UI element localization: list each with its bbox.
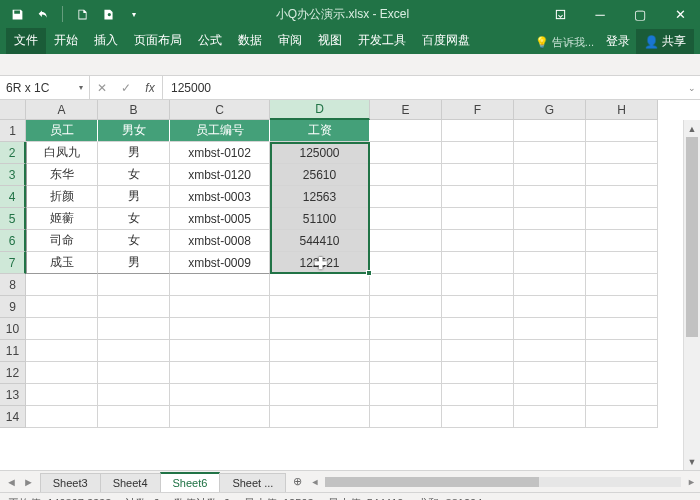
cell-C6[interactable]: xmbst-0008 xyxy=(170,230,270,252)
cell-D8[interactable] xyxy=(270,274,370,296)
cell-B9[interactable] xyxy=(98,296,170,318)
cell-D12[interactable] xyxy=(270,362,370,384)
cell-C14[interactable] xyxy=(170,406,270,428)
row-header-2[interactable]: 2 xyxy=(0,142,26,164)
cell-G6[interactable] xyxy=(514,230,586,252)
tell-me[interactable]: 💡告诉我... xyxy=(529,31,600,54)
row-header-7[interactable]: 7 xyxy=(0,252,26,274)
cell-G4[interactable] xyxy=(514,186,586,208)
undo-icon[interactable] xyxy=(32,3,54,25)
cell-B7[interactable]: 男 xyxy=(98,252,170,274)
cell-F6[interactable] xyxy=(442,230,514,252)
cell-B6[interactable]: 女 xyxy=(98,230,170,252)
cell-D7[interactable]: 122521 xyxy=(270,252,370,274)
cell-B1[interactable]: 男女 xyxy=(98,120,170,142)
share-button[interactable]: 👤共享 xyxy=(636,29,694,54)
tab-view[interactable]: 视图 xyxy=(310,28,350,54)
accept-formula-icon[interactable]: ✓ xyxy=(114,81,138,95)
cell-E3[interactable] xyxy=(370,164,442,186)
cell-E6[interactable] xyxy=(370,230,442,252)
expand-formula-icon[interactable]: ⌄ xyxy=(684,76,700,99)
close-icon[interactable]: ✕ xyxy=(660,0,700,28)
cell-F5[interactable] xyxy=(442,208,514,230)
horizontal-scrollbar[interactable]: ◄ ► xyxy=(310,471,700,492)
cell-G7[interactable] xyxy=(514,252,586,274)
col-header-B[interactable]: B xyxy=(98,100,170,120)
cell-E9[interactable] xyxy=(370,296,442,318)
sheet-tab-Sheet6[interactable]: Sheet6 xyxy=(160,472,221,492)
cell-A10[interactable] xyxy=(26,318,98,340)
cell-D14[interactable] xyxy=(270,406,370,428)
cell-E14[interactable] xyxy=(370,406,442,428)
cell-D10[interactable] xyxy=(270,318,370,340)
minimize-icon[interactable]: ─ xyxy=(580,0,620,28)
save-icon[interactable] xyxy=(6,3,28,25)
row-header-12[interactable]: 12 xyxy=(0,362,26,384)
sheet-tab-Sheet ...[interactable]: Sheet ... xyxy=(219,473,286,492)
tab-formulas[interactable]: 公式 xyxy=(190,28,230,54)
cell-C2[interactable]: xmbst-0102 xyxy=(170,142,270,164)
cell-A14[interactable] xyxy=(26,406,98,428)
cell-C4[interactable]: xmbst-0003 xyxy=(170,186,270,208)
cell-B3[interactable]: 女 xyxy=(98,164,170,186)
cell-D4[interactable]: 12563 xyxy=(270,186,370,208)
cell-G9[interactable] xyxy=(514,296,586,318)
cell-H14[interactable] xyxy=(586,406,658,428)
cell-B2[interactable]: 男 xyxy=(98,142,170,164)
row-header-5[interactable]: 5 xyxy=(0,208,26,230)
cancel-formula-icon[interactable]: ✕ xyxy=(90,81,114,95)
cell-D11[interactable] xyxy=(270,340,370,362)
scroll-right-icon[interactable]: ► xyxy=(687,477,696,487)
col-header-A[interactable]: A xyxy=(26,100,98,120)
tab-home[interactable]: 开始 xyxy=(46,28,86,54)
cell-H11[interactable] xyxy=(586,340,658,362)
cell-G1[interactable] xyxy=(514,120,586,142)
cell-F12[interactable] xyxy=(442,362,514,384)
cell-F4[interactable] xyxy=(442,186,514,208)
sheet-tab-Sheet4[interactable]: Sheet4 xyxy=(100,473,161,492)
cell-F3[interactable] xyxy=(442,164,514,186)
cell-G8[interactable] xyxy=(514,274,586,296)
row-header-3[interactable]: 3 xyxy=(0,164,26,186)
cell-C3[interactable]: xmbst-0120 xyxy=(170,164,270,186)
col-header-E[interactable]: E xyxy=(370,100,442,120)
new-sheet-icon[interactable] xyxy=(71,3,93,25)
sheet-prev-icon[interactable]: ◄ xyxy=(6,476,17,488)
cell-E2[interactable] xyxy=(370,142,442,164)
cell-E11[interactable] xyxy=(370,340,442,362)
name-box[interactable]: 6R x 1C▾ xyxy=(0,76,90,99)
tab-review[interactable]: 审阅 xyxy=(270,28,310,54)
cell-D3[interactable]: 25610 xyxy=(270,164,370,186)
cell-A9[interactable] xyxy=(26,296,98,318)
cell-A11[interactable] xyxy=(26,340,98,362)
vertical-scrollbar[interactable]: ▲ ▼ xyxy=(683,120,700,470)
row-header-14[interactable]: 14 xyxy=(0,406,26,428)
cell-B5[interactable]: 女 xyxy=(98,208,170,230)
col-header-C[interactable]: C xyxy=(170,100,270,120)
tab-data[interactable]: 数据 xyxy=(230,28,270,54)
tab-baidu[interactable]: 百度网盘 xyxy=(414,28,478,54)
maximize-icon[interactable]: ▢ xyxy=(620,0,660,28)
col-header-G[interactable]: G xyxy=(514,100,586,120)
row-header-4[interactable]: 4 xyxy=(0,186,26,208)
row-header-13[interactable]: 13 xyxy=(0,384,26,406)
cell-A7[interactable]: 成玉 xyxy=(26,252,98,274)
row-header-6[interactable]: 6 xyxy=(0,230,26,252)
cell-H6[interactable] xyxy=(586,230,658,252)
cell-H4[interactable] xyxy=(586,186,658,208)
row-header-8[interactable]: 8 xyxy=(0,274,26,296)
cell-E12[interactable] xyxy=(370,362,442,384)
cell-F10[interactable] xyxy=(442,318,514,340)
cell-G5[interactable] xyxy=(514,208,586,230)
cell-B14[interactable] xyxy=(98,406,170,428)
cell-H1[interactable] xyxy=(586,120,658,142)
tab-insert[interactable]: 插入 xyxy=(86,28,126,54)
cell-H3[interactable] xyxy=(586,164,658,186)
print-preview-icon[interactable] xyxy=(97,3,119,25)
col-header-H[interactable]: H xyxy=(586,100,658,120)
cell-F2[interactable] xyxy=(442,142,514,164)
cell-E10[interactable] xyxy=(370,318,442,340)
cell-E1[interactable] xyxy=(370,120,442,142)
cell-H13[interactable] xyxy=(586,384,658,406)
cell-A4[interactable]: 折颜 xyxy=(26,186,98,208)
